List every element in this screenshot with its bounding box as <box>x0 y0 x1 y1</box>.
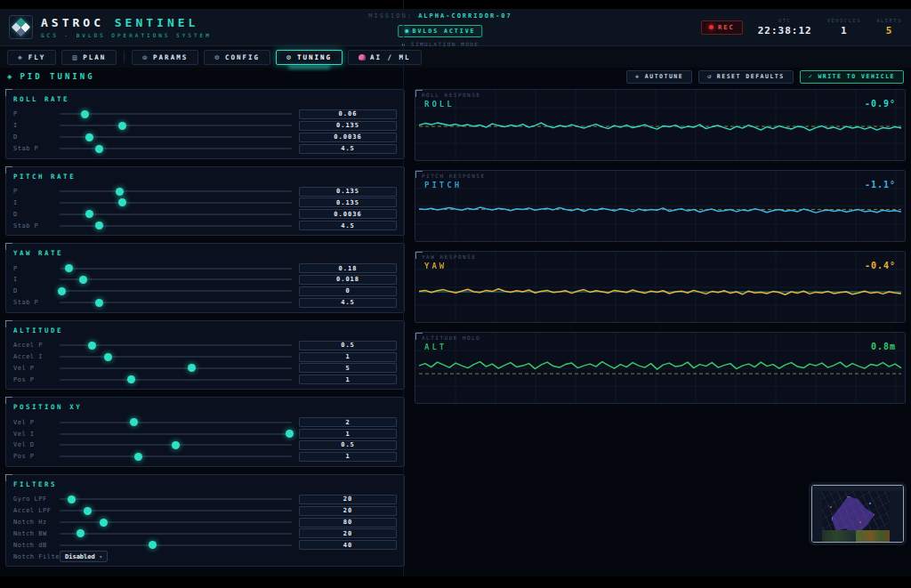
slider-thumb[interactable] <box>188 364 196 372</box>
param-slider[interactable] <box>60 495 292 503</box>
slider-thumb[interactable] <box>58 287 66 295</box>
param-value-field[interactable]: 80 <box>299 518 397 528</box>
slider-thumb[interactable] <box>85 133 93 141</box>
param-value-field[interactable]: 0.0036 <box>299 209 397 219</box>
slider-track[interactable] <box>60 278 292 280</box>
param-value-field[interactable]: 20 <box>299 528 397 538</box>
param-slider[interactable] <box>60 342 292 350</box>
param-value-field[interactable]: 0.5 <box>299 341 397 350</box>
param-slider[interactable] <box>60 276 292 284</box>
param-value-field[interactable]: 1 <box>299 352 397 362</box>
slider-thumb[interactable] <box>95 299 103 307</box>
param-slider[interactable] <box>60 188 292 196</box>
slider-track[interactable] <box>60 533 292 535</box>
param-value-field[interactable]: 5 <box>299 363 397 373</box>
param-value-field[interactable]: 0.06 <box>299 109 397 119</box>
slider-thumb[interactable] <box>116 188 124 196</box>
param-slider[interactable] <box>60 110 292 118</box>
slider-track[interactable] <box>60 213 292 215</box>
param-value-field[interactable]: 0 <box>299 286 397 296</box>
slider-thumb[interactable] <box>127 375 135 383</box>
param-slider[interactable] <box>60 430 292 438</box>
param-slider[interactable] <box>60 364 292 372</box>
slider-thumb[interactable] <box>68 495 76 503</box>
reset-defaults-button[interactable]: ↺ RESET DEFAULTS <box>698 70 794 84</box>
param-slider[interactable] <box>60 122 292 130</box>
slider-thumb[interactable] <box>130 418 138 426</box>
slider-track[interactable] <box>60 510 292 511</box>
slider-thumb[interactable] <box>95 145 103 153</box>
param-value-field[interactable]: 0.018 <box>299 275 397 285</box>
slider-thumb[interactable] <box>149 541 157 549</box>
slider-thumb[interactable] <box>100 519 108 527</box>
slider-track[interactable] <box>60 190 292 192</box>
param-slider[interactable] <box>60 222 292 230</box>
param-slider[interactable] <box>60 541 292 549</box>
param-value-field[interactable]: 20 <box>299 506 397 516</box>
slider-track[interactable] <box>60 455 292 457</box>
slider-thumb[interactable] <box>134 453 142 461</box>
param-slider[interactable] <box>60 519 292 527</box>
slider-thumb[interactable] <box>118 122 126 130</box>
slider-track[interactable] <box>60 544 292 546</box>
param-slider[interactable] <box>60 441 292 449</box>
param-value-field[interactable]: 0.135 <box>299 121 397 131</box>
slider-thumb[interactable] <box>85 210 93 218</box>
param-slider[interactable] <box>60 353 292 361</box>
slider-thumb[interactable] <box>95 222 103 230</box>
slider-track[interactable] <box>60 356 292 358</box>
param-slider[interactable] <box>60 287 292 295</box>
slider-track[interactable] <box>60 136 292 138</box>
param-slider[interactable] <box>60 210 292 218</box>
param-slider[interactable] <box>60 453 292 461</box>
slider-thumb[interactable] <box>118 198 126 206</box>
param-slider[interactable] <box>60 145 292 153</box>
param-value-field[interactable]: 0.5 <box>299 440 397 450</box>
autotune-button[interactable]: ◈ AUTOTUNE <box>626 70 692 84</box>
notch-filter-dropdown[interactable]: Disabled▾ <box>60 551 108 562</box>
rec-badge[interactable]: REC <box>701 20 743 35</box>
nav-tab-tuning[interactable]: ⚙TUNING <box>276 50 343 65</box>
param-value-field[interactable]: 1 <box>299 452 397 462</box>
nav-tab-config[interactable]: ⚙CONFIG <box>204 50 270 65</box>
write-to-vehicle-button[interactable]: ✓ WRITE TO VEHICLE <box>800 70 904 84</box>
slider-track[interactable] <box>60 422 292 423</box>
param-value-field[interactable]: 0.0036 <box>299 133 397 142</box>
slider-thumb[interactable] <box>84 507 92 515</box>
slider-thumb[interactable] <box>104 353 112 361</box>
minimap-thumbnail[interactable] <box>811 485 904 543</box>
slider-thumb[interactable] <box>286 430 294 438</box>
param-slider[interactable] <box>60 529 292 537</box>
nav-tab-fly[interactable]: ◈FLY <box>7 50 56 65</box>
param-value-field[interactable]: 0.135 <box>299 197 397 207</box>
slider-track[interactable] <box>60 433 292 435</box>
param-value-field[interactable]: 40 <box>299 540 397 550</box>
slider-thumb[interactable] <box>88 342 96 350</box>
slider-track[interactable] <box>60 202 292 204</box>
slider-track[interactable] <box>60 268 292 270</box>
slider-track[interactable] <box>60 498 292 500</box>
param-value-field[interactable]: 20 <box>299 495 397 504</box>
slider-track[interactable] <box>60 113 292 115</box>
param-value-field[interactable]: 4.5 <box>299 221 397 230</box>
nav-tab-params[interactable]: ◎PARAMS <box>132 50 198 65</box>
param-slider[interactable] <box>60 507 292 515</box>
param-value-field[interactable]: 4.5 <box>299 144 397 154</box>
nav-tab-aiml[interactable]: AI / ML <box>348 50 422 65</box>
param-value-field[interactable]: 0.135 <box>299 187 397 197</box>
slider-thumb[interactable] <box>81 110 89 118</box>
alerts-stat[interactable]: ALERTS 5 <box>876 18 902 36</box>
param-value-field[interactable]: 0.18 <box>299 263 397 273</box>
nav-tab-plan[interactable]: ▤PLAN <box>61 50 117 65</box>
param-slider[interactable] <box>60 418 292 426</box>
slider-track[interactable] <box>60 521 292 523</box>
param-value-field[interactable]: 4.5 <box>299 298 397 308</box>
param-value-field[interactable]: 1 <box>299 375 397 384</box>
slider-track[interactable] <box>60 379 292 381</box>
slider-track[interactable] <box>60 125 292 126</box>
param-slider[interactable] <box>60 299 292 307</box>
param-value-field[interactable]: 1 <box>299 429 397 439</box>
param-value-field[interactable]: 2 <box>299 417 397 427</box>
slider-track[interactable] <box>60 290 292 292</box>
slider-track[interactable] <box>60 367 292 369</box>
